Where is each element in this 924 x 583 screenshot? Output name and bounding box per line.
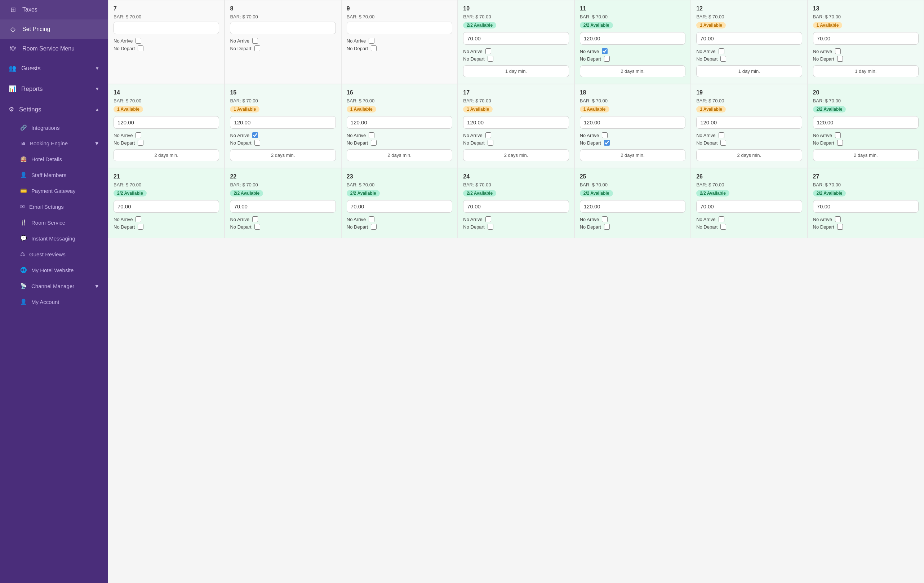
no-depart-checkbox-19[interactable] <box>720 140 726 146</box>
sidebar-item-hotel-details[interactable]: 🏨 Hotel Details <box>20 151 108 167</box>
price-input-18[interactable] <box>580 116 685 129</box>
price-input-15[interactable] <box>230 116 335 129</box>
no-depart-row-10: No Depart <box>463 56 569 62</box>
min-days-button-14[interactable]: 2 days min. <box>114 149 219 161</box>
no-arrive-checkbox-15[interactable] <box>252 132 258 138</box>
no-depart-checkbox-15[interactable] <box>254 140 260 146</box>
no-depart-checkbox-27[interactable] <box>837 224 843 230</box>
no-depart-checkbox-12[interactable] <box>720 56 726 62</box>
price-input-27[interactable] <box>813 200 919 213</box>
no-arrive-checkbox-27[interactable] <box>835 216 841 222</box>
min-days-button-10[interactable]: 1 day min. <box>463 65 569 77</box>
no-arrive-checkbox-24[interactable] <box>485 216 491 222</box>
price-input-10[interactable] <box>463 32 569 45</box>
sidebar-section-settings[interactable]: ⚙ Settings ▲ <box>0 99 108 120</box>
price-input-8[interactable] <box>230 21 335 34</box>
sidebar-item-set-pricing[interactable]: ◇ Set Pricing <box>0 20 108 39</box>
sidebar-item-booking-engine[interactable]: 🖥 Booking Engine ▼ <box>20 135 108 151</box>
price-input-26[interactable] <box>696 200 802 213</box>
min-days-button-16[interactable]: 2 days min. <box>346 149 452 161</box>
no-depart-checkbox-21[interactable] <box>138 224 144 230</box>
no-arrive-checkbox-8[interactable] <box>252 38 258 44</box>
price-input-19[interactable] <box>696 116 802 129</box>
sidebar-item-integrations[interactable]: 🔗 Integrations <box>20 120 108 135</box>
sidebar-item-my-hotel-website[interactable]: 🌐 My Hotel Website <box>20 262 108 278</box>
my-hotel-website-icon: 🌐 <box>20 267 27 273</box>
no-arrive-checkbox-21[interactable] <box>135 216 141 222</box>
no-depart-checkbox-16[interactable] <box>371 140 376 146</box>
no-depart-checkbox-26[interactable] <box>720 224 726 230</box>
sidebar-item-email-settings[interactable]: ✉ Email Settings <box>20 199 108 215</box>
no-arrive-checkbox-7[interactable] <box>135 38 141 44</box>
sidebar-item-payment-gateway[interactable]: 💳 Payment Gateway <box>20 183 108 199</box>
set-pricing-icon: ◇ <box>9 25 17 33</box>
min-days-button-15[interactable]: 2 days min. <box>230 149 335 161</box>
no-depart-checkbox-14[interactable] <box>138 140 144 146</box>
sidebar-item-staff-members[interactable]: 👤 Staff Members <box>20 167 108 183</box>
no-arrive-checkbox-26[interactable] <box>719 216 724 222</box>
min-days-button-20[interactable]: 2 days min. <box>813 149 919 161</box>
price-input-22[interactable] <box>230 200 335 213</box>
price-input-24[interactable] <box>463 200 569 213</box>
sidebar-item-my-account[interactable]: 👤 My Account <box>20 294 108 310</box>
price-input-12[interactable] <box>696 32 802 45</box>
no-depart-checkbox-24[interactable] <box>488 224 493 230</box>
price-input-14[interactable] <box>114 116 219 129</box>
price-input-16[interactable] <box>346 116 452 129</box>
no-arrive-row-18: No Arrive <box>580 132 685 138</box>
price-input-7[interactable] <box>114 21 219 34</box>
no-arrive-checkbox-14[interactable] <box>135 132 141 138</box>
sidebar-item-channel-manager[interactable]: 📡 Channel Manager ▼ <box>20 278 108 294</box>
price-input-21[interactable] <box>114 200 219 213</box>
day-number-11: 11 <box>580 5 685 12</box>
sidebar-item-taxes[interactable]: ⊞ Taxes <box>0 0 108 20</box>
price-input-20[interactable] <box>813 116 919 129</box>
taxes-icon: ⊞ <box>9 6 17 14</box>
no-depart-checkbox-23[interactable] <box>371 224 376 230</box>
sidebar-item-instant-messaging[interactable]: 💬 Instant Messaging <box>20 230 108 246</box>
no-arrive-checkbox-18[interactable] <box>602 132 607 138</box>
no-depart-checkbox-13[interactable] <box>837 56 843 62</box>
sidebar-section-reports[interactable]: 📊 Reports ▼ <box>0 79 108 99</box>
no-arrive-checkbox-11[interactable] <box>602 48 607 54</box>
no-arrive-checkbox-25[interactable] <box>602 216 607 222</box>
no-arrive-checkbox-23[interactable] <box>369 216 375 222</box>
min-days-button-12[interactable]: 1 day min. <box>696 65 802 77</box>
no-depart-checkbox-7[interactable] <box>138 45 144 51</box>
price-input-23[interactable] <box>346 200 452 213</box>
price-input-11[interactable] <box>580 32 685 45</box>
price-input-25[interactable] <box>580 200 685 213</box>
min-days-button-19[interactable]: 2 days min. <box>696 149 802 161</box>
no-arrive-checkbox-12[interactable] <box>719 48 724 54</box>
no-arrive-checkbox-13[interactable] <box>835 48 841 54</box>
no-depart-checkbox-20[interactable] <box>837 140 843 146</box>
sidebar-item-room-service[interactable]: 🍴 Room Service <box>20 215 108 230</box>
sidebar-item-guest-reviews[interactable]: ⚖ Guest Reviews <box>20 246 108 262</box>
price-input-17[interactable] <box>463 116 569 129</box>
no-depart-checkbox-25[interactable] <box>604 224 610 230</box>
availability-badge-24: 2/2 Available <box>463 190 496 197</box>
min-days-button-13[interactable]: 1 day min. <box>813 65 919 77</box>
sidebar-item-room-service-menu[interactable]: 🍽 Room Service Menu <box>0 39 108 58</box>
no-depart-checkbox-11[interactable] <box>604 56 610 62</box>
day-cell-27: 27BAR: $ 70.002/2 AvailableNo ArriveNo D… <box>808 168 924 238</box>
no-arrive-checkbox-20[interactable] <box>835 132 841 138</box>
price-input-13[interactable] <box>813 32 919 45</box>
no-arrive-checkbox-9[interactable] <box>369 38 375 44</box>
no-depart-checkbox-9[interactable] <box>371 45 376 51</box>
price-input-9[interactable] <box>346 21 452 34</box>
no-depart-checkbox-8[interactable] <box>254 45 260 51</box>
min-days-button-11[interactable]: 2 days min. <box>580 65 685 77</box>
sidebar-section-guests[interactable]: 👥 Guests ▼ <box>0 58 108 79</box>
min-days-button-17[interactable]: 2 days min. <box>463 149 569 161</box>
no-depart-checkbox-22[interactable] <box>254 224 260 230</box>
no-arrive-checkbox-16[interactable] <box>369 132 375 138</box>
no-depart-checkbox-18[interactable] <box>604 140 610 146</box>
no-arrive-checkbox-22[interactable] <box>252 216 258 222</box>
no-depart-checkbox-10[interactable] <box>488 56 493 62</box>
no-arrive-checkbox-19[interactable] <box>719 132 724 138</box>
min-days-button-18[interactable]: 2 days min. <box>580 149 685 161</box>
no-arrive-checkbox-17[interactable] <box>485 132 491 138</box>
no-arrive-checkbox-10[interactable] <box>485 48 491 54</box>
no-depart-checkbox-17[interactable] <box>488 140 493 146</box>
